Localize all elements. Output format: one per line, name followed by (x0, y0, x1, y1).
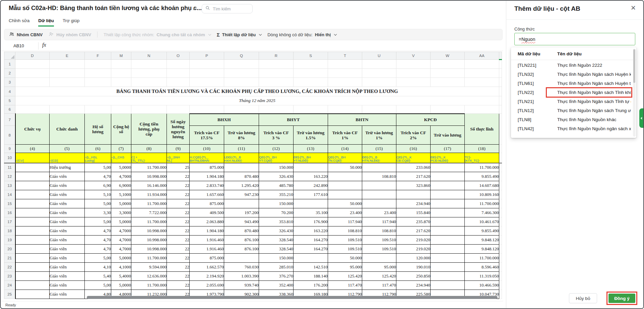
cell[interactable] (362, 163, 396, 172)
cell[interactable]: 7.466.300 (465, 208, 499, 217)
cell[interactable] (259, 78, 294, 87)
cell[interactable] (499, 87, 502, 96)
cell[interactable] (224, 254, 259, 263)
row-header-9[interactable]: 9 (4, 145, 15, 153)
cell[interactable]: 23.400 (328, 208, 362, 217)
cell[interactable] (431, 217, 465, 226)
cell[interactable]: 10.466.590 (465, 281, 499, 290)
cell[interactable] (15, 208, 50, 217)
cell[interactable]: 943.490 (224, 217, 259, 226)
cell[interactable] (167, 105, 190, 114)
dropdown-item[interactable]: [TLN32]Thực lĩnh Nguồn Ngân sách Huyện k… (511, 70, 636, 79)
cell[interactable]: 5,00 (85, 199, 111, 208)
cell[interactable]: 3,30 (85, 208, 111, 217)
cell[interactable]: 870.480 (224, 226, 259, 236)
cell[interactable] (50, 69, 85, 78)
data-setup-dropdown[interactable]: Σ Thiết lập dữ liệu (217, 32, 261, 38)
formula-cell[interactable]: TC]-[KTX_TC]- (465, 153, 499, 163)
row-header-7[interactable]: 7 (4, 114, 15, 126)
cell[interactable]: 1.904.180 (190, 172, 224, 181)
cell[interactable] (190, 69, 224, 78)
table-header[interactable]: Chức vụ (15, 114, 50, 145)
cell-reference-box[interactable]: AB10 (13, 43, 24, 48)
cell[interactable]: 7.722.000 (131, 208, 167, 217)
row-header-12[interactable]: 12 (4, 172, 15, 181)
row-header-6[interactable]: 6 (4, 105, 15, 114)
table-subheader[interactable]: Trừ vào lương1% (362, 126, 396, 145)
formula-cell[interactable]: LĐĐ]-[TL_BHXH.NLĐĐ]- (224, 153, 259, 163)
formula-cell[interactable]: =[CV] (15, 153, 50, 163)
cell[interactable]: 876.100 (224, 236, 259, 245)
cell[interactable]: 5,0000 (111, 163, 131, 172)
cell[interactable] (15, 236, 50, 245)
cell[interactable]: 22 (167, 208, 190, 217)
table-subheader[interactable]: Trích vào CF3 % (259, 126, 294, 145)
cell[interactable] (328, 105, 362, 114)
table-header[interactable]: Số thực lĩnh (465, 114, 499, 145)
cell[interactable] (362, 181, 396, 190)
row-header-16[interactable]: 16 (4, 208, 15, 217)
cell[interactable]: 23.400 (362, 208, 396, 217)
cell[interactable] (328, 181, 362, 190)
cell[interactable] (131, 60, 167, 69)
column-number-cell[interactable]: (13) (294, 145, 328, 153)
cell[interactable] (499, 69, 502, 78)
formula-cell[interactable]: =[L_HSLLuong] (85, 153, 111, 163)
cell[interactable] (499, 96, 502, 105)
cell[interactable] (499, 60, 502, 69)
cell[interactable] (328, 69, 362, 78)
cell[interactable]: 120.000 (396, 254, 431, 263)
cell[interactable] (328, 78, 362, 87)
cell[interactable] (111, 105, 131, 114)
cell[interactable]: 177.610 (294, 190, 328, 199)
cell[interactable]: 6,9000 (111, 181, 131, 190)
cell[interactable]: Giáo viên (50, 208, 85, 217)
cell[interactable]: 10.998.000 (131, 172, 167, 181)
cell[interactable]: 875.000 (190, 199, 224, 208)
tab-chinh-sua[interactable]: Chỉnh sửa (9, 18, 29, 27)
cell[interactable] (362, 60, 396, 69)
cell[interactable] (396, 105, 431, 114)
cell[interactable]: 5,0000 (111, 281, 131, 290)
cell[interactable] (431, 105, 465, 114)
cell[interactable] (431, 245, 465, 254)
table-header[interactable]: Số ngàyhưởngnguyênlương (167, 114, 190, 145)
cell[interactable] (167, 60, 190, 69)
column-header-O[interactable]: O (167, 52, 190, 60)
cell[interactable] (499, 105, 502, 114)
cell[interactable]: 323.860 (396, 181, 431, 190)
column-header-V[interactable]: V (396, 52, 431, 60)
column-header-F[interactable]: F (85, 52, 111, 60)
cell[interactable] (50, 60, 85, 69)
cell[interactable]: 5,40 (85, 272, 111, 281)
cell[interactable] (111, 60, 131, 69)
cell[interactable]: 875.000 (190, 163, 224, 172)
empty-rows-dropdown[interactable]: Dòng không có dữ liệu: Hiển thị (267, 32, 336, 37)
cell[interactable] (294, 69, 328, 78)
table-subheader[interactable]: Trích vào CF17.5% (190, 126, 224, 145)
cell[interactable]: 176.900 (294, 217, 328, 226)
cell[interactable]: 150.000 (259, 199, 294, 208)
cell[interactable]: Giáo viên (50, 272, 85, 281)
cell[interactable]: Giáo viên (50, 226, 85, 236)
column-number-cell[interactable]: (14) (328, 145, 362, 153)
cell[interactable] (396, 78, 431, 87)
cell[interactable]: Giáo viên (50, 217, 85, 226)
cell[interactable]: 108.810 (362, 226, 396, 236)
cell[interactable]: 5,00 (85, 254, 111, 263)
cell[interactable] (15, 254, 50, 263)
cell[interactable] (190, 105, 224, 114)
cell[interactable]: Hiệu trưởng (50, 163, 85, 172)
cell[interactable]: 4,7000 (111, 172, 131, 181)
cell[interactable]: 22 (167, 172, 190, 181)
cell[interactable]: 9.848.120 (465, 236, 499, 245)
column-header-R[interactable]: R (259, 52, 294, 60)
cell[interactable] (499, 236, 502, 245)
cell[interactable]: 108.810 (328, 226, 362, 236)
formula-cell[interactable]: C] +[TL_TTL]- (131, 153, 167, 163)
cell[interactable] (15, 60, 50, 69)
cell[interactable]: 11.700.000 (465, 199, 499, 208)
cell[interactable]: 353.810 (259, 217, 294, 226)
cell[interactable]: 14.607.680 (465, 181, 499, 190)
cell[interactable] (224, 69, 259, 78)
